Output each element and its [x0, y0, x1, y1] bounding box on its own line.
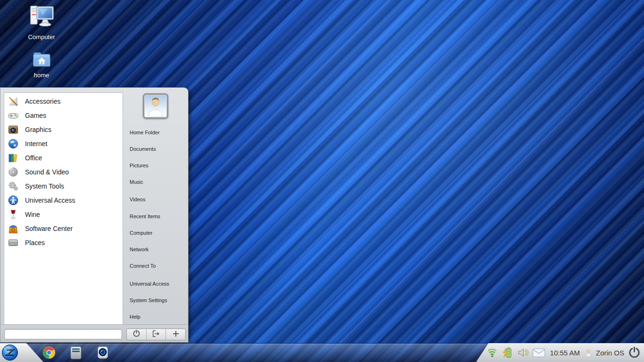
- envelope-icon[interactable]: [532, 348, 545, 358]
- internet-icon: [8, 138, 19, 149]
- wine-icon: [8, 209, 19, 220]
- shortcut-network[interactable]: Network: [130, 245, 149, 254]
- menu-item-games[interactable]: Games: [4, 108, 123, 123]
- file-cabinet-icon: [69, 353, 83, 361]
- menu-item-label: Universal Access: [25, 197, 75, 204]
- start-menu: Accessories Games: [0, 87, 189, 343]
- plus-icon: [173, 330, 179, 339]
- menu-item-label: System Tools: [25, 182, 64, 190]
- shortcut-videos[interactable]: Videos: [130, 195, 145, 204]
- universal-access-icon: [8, 195, 19, 206]
- session-button-group: [126, 329, 186, 340]
- menu-item-internet[interactable]: Internet: [4, 137, 123, 151]
- power-icon: [132, 329, 140, 339]
- zorin-logo-icon: [1, 354, 18, 362]
- shortcut-connect-to[interactable]: Connect To: [130, 261, 156, 271]
- menu-item-label: Wine: [25, 211, 40, 218]
- menu-item-label: Graphics: [25, 126, 51, 133]
- lens-app-launcher[interactable]: [96, 346, 109, 359]
- user-avatar-icon: [144, 95, 167, 117]
- battery-icon[interactable]: [502, 346, 513, 359]
- accessories-icon: [8, 96, 19, 107]
- menu-item-label: Software Center: [25, 225, 73, 232]
- speaker-icon[interactable]: [517, 347, 528, 358]
- file-manager-launcher[interactable]: [69, 346, 83, 359]
- taskbar: 10:55 AM Zorin OS: [0, 343, 644, 362]
- add-button[interactable]: [165, 329, 185, 340]
- menu-item-sound-video[interactable]: Sound & Video: [4, 165, 123, 179]
- office-icon: [8, 152, 19, 164]
- places-icon: [8, 237, 19, 248]
- menu-item-graphics[interactable]: Graphics: [4, 123, 123, 137]
- menu-item-accessories[interactable]: Accessories: [4, 94, 123, 108]
- menu-item-software-center[interactable]: Software Center: [4, 222, 123, 236]
- chrome-launcher[interactable]: [42, 346, 56, 359]
- system-tools-icon: [8, 181, 19, 192]
- menu-item-label: Accessories: [25, 98, 60, 105]
- desktop-icon-computer[interactable]: Computer: [19, 3, 64, 41]
- shortcut-universal-access[interactable]: Universal Access: [130, 279, 169, 288]
- zorin-menu-button[interactable]: [1, 344, 18, 361]
- power-icon[interactable]: [628, 346, 641, 359]
- desktop-icon-label: home: [19, 72, 64, 79]
- menu-item-label: Games: [25, 112, 46, 119]
- shortcut-computer[interactable]: Computer: [130, 228, 152, 238]
- logout-icon: [152, 330, 160, 339]
- wifi-icon[interactable]: [487, 347, 498, 358]
- system-tray: 10:55 AM Zorin OS: [479, 343, 644, 362]
- shortcut-documents[interactable]: Documents: [130, 144, 156, 154]
- menu-item-label: Internet: [25, 140, 47, 148]
- taskbar-clock[interactable]: 10:55 AM: [549, 349, 581, 357]
- shortcut-music[interactable]: Music: [130, 177, 143, 187]
- menu-item-system-tools[interactable]: System Tools: [4, 179, 123, 193]
- computer-icon: [19, 3, 64, 32]
- desktop-icon-label: Computer: [19, 33, 64, 41]
- sound-video-icon: [8, 166, 19, 178]
- graphics-icon: [8, 124, 19, 135]
- software-center-icon: [8, 223, 19, 234]
- games-icon: [8, 110, 19, 121]
- session-menu-label[interactable]: Zorin OS: [596, 349, 624, 357]
- menu-item-places[interactable]: Places: [4, 236, 123, 250]
- user-avatar[interactable]: [143, 93, 168, 119]
- menu-item-label: Sound & Video: [25, 168, 69, 176]
- logout-button[interactable]: [146, 329, 166, 340]
- desktop-icon-home[interactable]: home: [19, 49, 64, 79]
- menu-bottom-bar: [0, 324, 188, 342]
- menu-item-label: Office: [25, 154, 42, 162]
- shortcut-recent-items[interactable]: Recent Items: [130, 212, 160, 221]
- menu-item-universal-access[interactable]: Universal Access: [4, 193, 123, 207]
- shortcut-pictures[interactable]: Pictures: [130, 161, 149, 170]
- menu-categories-panel: Accessories Games: [4, 92, 123, 325]
- chrome-icon: [42, 353, 56, 361]
- search-input[interactable]: [4, 329, 122, 339]
- shortcut-system-settings[interactable]: System Settings: [130, 296, 167, 305]
- menu-item-office[interactable]: Office: [4, 151, 123, 165]
- user-icon: [585, 349, 592, 357]
- lens-icon: [96, 353, 109, 361]
- shortcut-home-folder[interactable]: Home Folder: [130, 128, 160, 137]
- home-folder-icon: [19, 49, 64, 70]
- menu-item-label: Places: [25, 239, 45, 247]
- shortcut-help[interactable]: Help: [130, 312, 140, 321]
- shutdown-button[interactable]: [127, 329, 146, 340]
- menu-item-wine[interactable]: Wine: [4, 207, 123, 222]
